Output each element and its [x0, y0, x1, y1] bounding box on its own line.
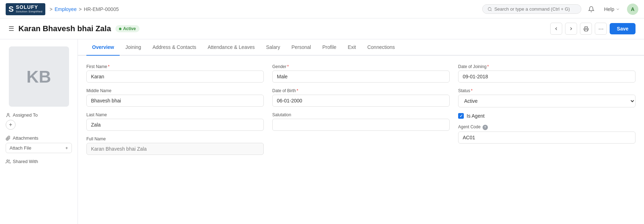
page-header: ☰ Karan Bhavesh bhai Zala Active ⋯ Save: [0, 18, 644, 39]
doj-label: Date of Joining*: [458, 64, 636, 69]
first-name-input[interactable]: [86, 71, 264, 83]
agent-code-input[interactable]: [458, 131, 636, 144]
shared-with-section: Shared With: [6, 159, 72, 164]
last-name-group: Last Name: [86, 112, 264, 131]
form-col-1: First Name* Middle Name Last Name Full N…: [86, 64, 264, 155]
form-col-2: Gender* Date of Birth* Salutation: [272, 64, 450, 155]
middle-name-group: Middle Name: [86, 88, 264, 107]
breadcrumb-sep2: >: [79, 6, 81, 12]
help-button[interactable]: Help: [601, 5, 623, 13]
header-actions: ⋯ Save: [550, 23, 636, 35]
search-icon: [488, 7, 492, 12]
person-icon: [6, 113, 11, 118]
tab-overview[interactable]: Overview: [86, 39, 120, 56]
last-name-label: Last Name: [86, 112, 264, 117]
attachments-section: Attachments Attach File +: [6, 135, 72, 153]
doj-group: Date of Joining*: [458, 64, 636, 83]
svg-rect-2: [585, 29, 588, 31]
agent-code-info-icon[interactable]: ?: [483, 125, 488, 130]
assigned-to-section: Assigned To +: [6, 112, 72, 130]
form-area: First Name* Middle Name Last Name Full N…: [78, 56, 644, 163]
salutation-group: Salutation: [272, 112, 450, 131]
agent-code-label: Agent Code ?: [458, 124, 636, 130]
tab-attendance[interactable]: Attendance & Leaves: [202, 39, 260, 56]
status-select[interactable]: Active Inactive Left: [458, 95, 636, 107]
full-name-label: Full Name: [86, 136, 264, 141]
assigned-to-label: Assigned To: [6, 112, 72, 118]
dob-label: Date of Birth*: [272, 88, 450, 93]
status-label: Active: [123, 26, 136, 31]
content-area: Overview Joining Address & Contacts Atte…: [78, 39, 644, 224]
search-input[interactable]: [494, 6, 576, 12]
breadcrumb-separator: >: [50, 6, 52, 12]
status-badge: Active: [115, 25, 139, 32]
attachments-label: Attachments: [6, 135, 72, 141]
middle-name-label: Middle Name: [86, 88, 264, 93]
is-agent-row: Is Agent: [458, 113, 636, 119]
middle-name-input[interactable]: [86, 95, 264, 107]
tab-connections[interactable]: Connections: [361, 39, 400, 56]
gender-group: Gender*: [272, 64, 450, 83]
chevron-down-icon: [616, 7, 620, 11]
status-label: Status*: [458, 88, 636, 93]
help-label: Help: [604, 6, 614, 12]
doj-input[interactable]: [458, 71, 636, 83]
paperclip-icon: [6, 136, 11, 141]
main-layout: KB Assigned To + Attachments Attach File…: [0, 39, 644, 224]
full-name-input: [86, 143, 264, 155]
salutation-label: Salutation: [272, 112, 450, 117]
gender-input[interactable]: [272, 71, 450, 83]
tabs-bar: Overview Joining Address & Contacts Atte…: [78, 39, 644, 56]
full-name-group: Full Name: [86, 136, 264, 155]
dob-group: Date of Birth*: [272, 88, 450, 107]
gender-label: Gender*: [272, 64, 450, 69]
first-name-group: First Name*: [86, 64, 264, 83]
tab-joining[interactable]: Joining: [120, 39, 147, 56]
breadcrumb: > Employee > HR-EMP-00005: [50, 6, 119, 12]
form-col-3: Date of Joining* Status* Active Inactive…: [458, 64, 636, 155]
is-agent-checkbox[interactable]: [458, 113, 464, 119]
page-title: Karan Bhavesh bhai Zala: [18, 24, 111, 33]
breadcrumb-employee[interactable]: Employee: [55, 6, 76, 12]
breadcrumb-id: HR-EMP-00005: [84, 6, 119, 12]
is-agent-group: Is Agent: [458, 113, 636, 119]
attach-file-button[interactable]: Attach File +: [6, 143, 72, 153]
svg-point-0: [488, 7, 491, 11]
svg-point-3: [7, 113, 9, 115]
tab-profile[interactable]: Profile: [317, 39, 342, 56]
logo-letter: S: [8, 5, 14, 14]
dob-input[interactable]: [272, 95, 450, 107]
user-avatar[interactable]: A: [627, 4, 638, 15]
first-name-label: First Name*: [86, 64, 264, 69]
status-group: Status* Active Inactive Left: [458, 88, 636, 107]
add-assigned-button[interactable]: +: [6, 120, 16, 130]
sidebar-toggle-icon[interactable]: ☰: [8, 25, 14, 33]
salutation-input[interactable]: [272, 119, 450, 131]
notification-icon[interactable]: [586, 4, 597, 15]
more-options-button[interactable]: ⋯: [595, 23, 607, 35]
last-name-input[interactable]: [86, 119, 264, 131]
users-icon: [6, 159, 11, 164]
next-button[interactable]: [565, 23, 577, 35]
logo[interactable]: S SOLUFY Solution Simplified: [6, 3, 45, 15]
svg-line-1: [491, 10, 491, 11]
sidebar: KB Assigned To + Attachments Attach File…: [0, 39, 78, 224]
employee-avatar: KB: [9, 46, 69, 107]
tab-exit[interactable]: Exit: [342, 39, 361, 56]
tab-salary[interactable]: Salary: [260, 39, 286, 56]
print-button[interactable]: [580, 23, 592, 35]
agent-code-group: Agent Code ?: [458, 124, 636, 144]
status-dot: [119, 28, 121, 30]
tab-personal[interactable]: Personal: [286, 39, 317, 56]
is-agent-label: Is Agent: [467, 113, 485, 119]
topnav: S SOLUFY Solution Simplified > Employee …: [0, 0, 644, 18]
svg-point-4: [7, 159, 8, 161]
tab-address[interactable]: Address & Contacts: [147, 39, 202, 56]
logo-text: SOLUFY Solution Simplified: [16, 5, 42, 13]
shared-with-label: Shared With: [6, 159, 72, 164]
search-bar[interactable]: [482, 4, 581, 14]
prev-button[interactable]: [550, 23, 562, 35]
save-button[interactable]: Save: [610, 23, 636, 34]
